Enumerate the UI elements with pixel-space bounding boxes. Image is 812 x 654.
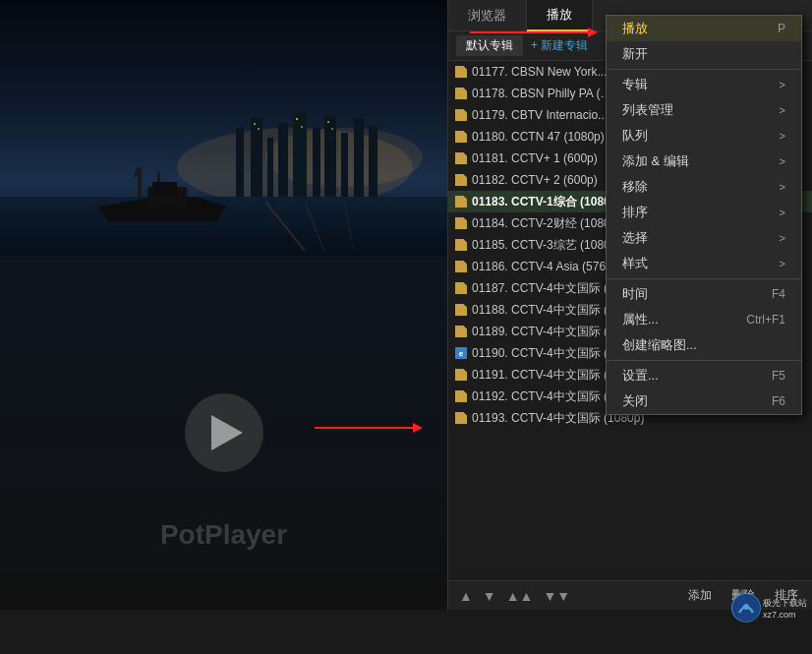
svg-rect-8 bbox=[313, 128, 320, 207]
svg-rect-7 bbox=[293, 113, 307, 207]
menu-item-label: 时间 bbox=[622, 285, 648, 303]
menu-item-label: 设置... bbox=[622, 367, 659, 385]
play-area: PotPlayer bbox=[0, 256, 447, 610]
menu-item-shortcut: F5 bbox=[772, 369, 785, 383]
menu-item-创建缩略图[interactable]: 创建缩略图... bbox=[607, 332, 801, 358]
menu-item-设置[interactable]: 设置...F5 bbox=[607, 363, 801, 388]
svg-rect-6 bbox=[278, 123, 288, 207]
file-type-icon bbox=[454, 303, 468, 317]
add-button[interactable]: 添加 bbox=[682, 585, 718, 606]
svg-point-30 bbox=[743, 604, 749, 610]
menu-item-label: 创建缩略图... bbox=[622, 336, 697, 354]
default-album-tab[interactable]: 默认专辑 bbox=[456, 35, 523, 56]
menu-item-shortcut: > bbox=[780, 155, 785, 167]
context-menu: 播放P新开专辑>列表管理>队列>添加 & 编辑>移除>排序>选择>样式>时间F4… bbox=[606, 15, 802, 415]
menu-item-新开[interactable]: 新开 bbox=[607, 41, 801, 67]
red-arrow-top bbox=[470, 28, 598, 37]
red-arrowhead-top bbox=[588, 28, 598, 37]
menu-item-shortcut: > bbox=[780, 104, 785, 116]
file-type-icon bbox=[454, 216, 468, 230]
footer-nav-buttons: ▲ ▼ ▲▲ ▼▼ bbox=[456, 588, 573, 604]
menu-item-shortcut: F6 bbox=[772, 394, 785, 408]
svg-rect-12 bbox=[369, 126, 377, 207]
menu-item-添加and编辑[interactable]: 添加 & 编辑> bbox=[607, 149, 801, 174]
video-thumbnail bbox=[0, 0, 447, 256]
menu-item-shortcut: Ctrl+F1 bbox=[746, 313, 785, 327]
menu-item-label: 专辑 bbox=[622, 76, 648, 93]
menu-item-队列[interactable]: 队列> bbox=[607, 123, 801, 149]
menu-item-shortcut: F4 bbox=[772, 287, 785, 301]
move-bottom-button[interactable]: ▼▼ bbox=[540, 588, 573, 604]
watermark-label: 极光下载站xz7.com bbox=[763, 597, 807, 620]
menu-item-播放[interactable]: 播放P bbox=[607, 16, 801, 41]
file-type-icon: e bbox=[454, 346, 468, 360]
svg-rect-15 bbox=[296, 118, 298, 120]
menu-item-label: 排序 bbox=[622, 204, 648, 221]
potplayer-logo: PotPlayer bbox=[160, 519, 287, 551]
watermark-svg bbox=[731, 593, 761, 623]
svg-rect-28 bbox=[152, 182, 177, 197]
menu-item-shortcut: > bbox=[780, 232, 785, 244]
svg-rect-19 bbox=[0, 197, 447, 256]
red-line-bottom bbox=[315, 427, 413, 429]
svg-rect-13 bbox=[254, 123, 256, 125]
red-arrowhead-bottom bbox=[413, 423, 423, 433]
menu-item-shortcut: > bbox=[780, 258, 785, 269]
menu-item-label: 选择 bbox=[622, 229, 648, 247]
move-up-button[interactable]: ▲ bbox=[456, 588, 476, 604]
menu-item-shortcut: > bbox=[780, 130, 785, 142]
file-type-icon bbox=[454, 281, 468, 295]
menu-item-label: 关闭 bbox=[622, 392, 648, 410]
file-type-icon bbox=[454, 151, 468, 165]
svg-rect-5 bbox=[267, 138, 273, 207]
menu-item-关闭[interactable]: 关闭F6 bbox=[607, 388, 801, 414]
menu-item-label: 列表管理 bbox=[622, 101, 673, 119]
svg-rect-18 bbox=[331, 128, 333, 130]
file-type-icon bbox=[454, 238, 468, 252]
menu-item-shortcut: > bbox=[780, 79, 785, 90]
menu-item-label: 移除 bbox=[622, 178, 648, 196]
play-button[interactable] bbox=[185, 393, 263, 472]
file-type-icon bbox=[454, 368, 468, 382]
red-arrow-bottom bbox=[315, 423, 423, 433]
scene-svg bbox=[0, 0, 447, 256]
file-type-icon bbox=[454, 389, 468, 403]
menu-item-选择[interactable]: 选择> bbox=[607, 225, 801, 251]
file-type-icon bbox=[454, 173, 468, 187]
svg-rect-4 bbox=[251, 118, 262, 207]
menu-item-排序[interactable]: 排序> bbox=[607, 200, 801, 225]
file-type-icon bbox=[454, 130, 468, 144]
move-down-button[interactable]: ▼ bbox=[480, 588, 499, 604]
file-type-icon bbox=[454, 65, 468, 79]
menu-separator bbox=[607, 69, 801, 70]
menu-item-样式[interactable]: 样式> bbox=[607, 251, 801, 276]
svg-rect-11 bbox=[354, 118, 364, 207]
new-album-button[interactable]: + 新建专辑 bbox=[523, 35, 596, 56]
red-line-top bbox=[470, 31, 588, 33]
menu-item-label: 属性... bbox=[622, 311, 659, 328]
menu-item-时间[interactable]: 时间F4 bbox=[607, 281, 801, 307]
menu-item-shortcut: > bbox=[780, 207, 785, 218]
menu-separator bbox=[607, 278, 801, 279]
watermark-logo bbox=[731, 593, 761, 623]
menu-item-属性[interactable]: 属性...Ctrl+F1 bbox=[607, 307, 801, 332]
menu-item-移除[interactable]: 移除> bbox=[607, 174, 801, 200]
menu-item-shortcut: > bbox=[780, 181, 785, 193]
svg-rect-17 bbox=[327, 121, 329, 123]
svg-rect-9 bbox=[324, 116, 336, 207]
svg-rect-16 bbox=[301, 126, 303, 128]
video-area: PotPlayer 0:00 / 00:00:00 🔍 ☰ ⚙ ≡ 🔊 bbox=[0, 0, 447, 610]
file-type-icon bbox=[454, 411, 468, 425]
play-icon bbox=[211, 415, 243, 450]
menu-item-label: 新开 bbox=[622, 45, 648, 63]
menu-item-label: 队列 bbox=[622, 127, 648, 145]
svg-rect-3 bbox=[236, 128, 244, 207]
menu-item-专辑[interactable]: 专辑> bbox=[607, 72, 801, 97]
file-type-icon bbox=[454, 87, 468, 100]
menu-item-列表管理[interactable]: 列表管理> bbox=[607, 97, 801, 123]
move-top-button[interactable]: ▲▲ bbox=[503, 588, 537, 604]
menu-item-label: 播放 bbox=[622, 20, 648, 37]
svg-rect-10 bbox=[341, 133, 348, 207]
file-type-icon bbox=[454, 260, 468, 273]
file-type-icon bbox=[454, 325, 468, 338]
